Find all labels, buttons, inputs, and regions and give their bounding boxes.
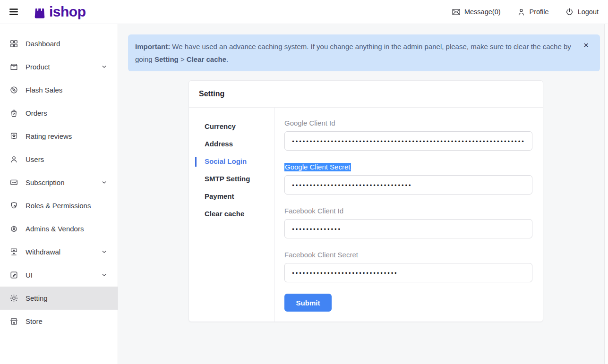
sidebar-item-label: Roles & Permissions [26, 202, 91, 210]
app-logo[interactable]: ishop [32, 2, 86, 21]
close-icon[interactable]: × [583, 41, 589, 50]
sidebar-item-users[interactable]: Users [0, 148, 118, 171]
card-check-icon [9, 178, 18, 187]
sidebar-item-label: Withdrawal [26, 248, 60, 256]
google-client-id-input[interactable] [284, 131, 532, 151]
google-client-id-field-group: Google Client Id [284, 118, 532, 151]
setting-nav-payment[interactable]: Payment [189, 187, 274, 205]
sidebar-item-subscription[interactable]: Subscription [0, 171, 118, 194]
setting-nav-address[interactable]: Address [189, 135, 274, 152]
page-title: Setting [199, 90, 224, 98]
facebook-client-id-label: Facebook Client Id [284, 206, 532, 216]
alert-clear-cache-word: Clear cache [187, 55, 226, 63]
sidebar-item-label: Dashboard [26, 40, 60, 48]
sidebar-item-ui[interactable]: UI [0, 263, 118, 287]
bag-check-icon [9, 109, 18, 118]
star-badge-icon [9, 132, 18, 141]
setting-nav-clear-cache[interactable]: Clear cache [189, 205, 274, 222]
sidebar-item-flash-sales[interactable]: Flash Sales [0, 78, 118, 102]
submit-button[interactable]: Submit [284, 294, 332, 312]
google-client-secret-field-group: Google Client Secret [284, 162, 532, 195]
sidebar-item-store[interactable]: Store [0, 310, 118, 333]
sidebar-item-roles-permissions[interactable]: Roles & Permissions [0, 194, 118, 217]
gear-icon [9, 294, 18, 303]
grid-icon [9, 39, 18, 48]
sidebar-item-withdrawal[interactable]: Withdrawal [0, 240, 118, 263]
app-root: ishop Message(0) Profile Logout [0, 0, 608, 364]
setting-nav: Currency Address Social Login SMTP Setti… [189, 108, 274, 322]
discount-icon [9, 85, 18, 94]
sidebar-item-admins-vendors[interactable]: Admins & Vendors [0, 217, 118, 240]
header-menu: Message(0) Profile Logout [452, 8, 599, 17]
google-client-secret-label: Google Client Secret [284, 162, 532, 172]
alert-setting-word: Setting [154, 55, 179, 63]
setting-card-header: Setting [189, 81, 543, 108]
alert-important: Important: [135, 42, 170, 51]
facebook-client-secret-field-group: Facebook Client Secret [284, 250, 532, 282]
menu-icon[interactable] [9, 7, 19, 17]
chevron-down-icon [101, 64, 107, 70]
profile-menu-item[interactable]: Profile [517, 8, 549, 17]
sidebar-item-dashboard[interactable]: Dashboard [0, 32, 118, 55]
sidebar-item-label: Rating reviews [26, 132, 72, 140]
logo-text: ishop [49, 5, 86, 19]
alert-suffix: . [226, 55, 228, 63]
cache-alert-banner: Important: We have used an advance cachi… [128, 34, 600, 71]
chevron-down-icon [101, 179, 107, 186]
box-icon [9, 62, 18, 71]
sidebar-item-setting[interactable]: Setting [0, 287, 118, 310]
profile-label: Profile [530, 8, 549, 16]
scrollbar[interactable] [604, 24, 608, 364]
setting-nav-smtp-setting[interactable]: SMTP Setting [189, 170, 274, 187]
power-icon [565, 8, 574, 17]
facebook-client-secret-label: Facebook Client Secret [284, 250, 532, 260]
message-menu-item[interactable]: Message(0) [452, 8, 501, 17]
social-login-form: Google Client Id Google Client Secret Fa… [274, 108, 543, 322]
mail-icon [452, 8, 461, 17]
sidebar-item-label: UI [26, 271, 33, 279]
message-label: Message(0) [464, 8, 501, 16]
sidebar-item-label: Subscription [26, 178, 65, 186]
user-gear-icon [9, 224, 18, 233]
withdraw-icon [9, 247, 18, 256]
sidebar-item-orders[interactable]: Orders [0, 102, 118, 125]
facebook-client-id-field-group: Facebook Client Id [284, 206, 532, 238]
setting-nav-currency[interactable]: Currency [189, 118, 274, 135]
sidebar-item-label: Users [26, 155, 44, 163]
top-header: ishop Message(0) Profile Logout [0, 0, 608, 24]
logout-menu-item[interactable]: Logout [565, 8, 599, 17]
selected-label-text: Google Client Secret [284, 163, 351, 171]
main-content: Important: We have used an advance cachi… [118, 24, 608, 364]
logout-label: Logout [578, 8, 599, 16]
sidebar-item-label: Product [26, 63, 50, 71]
sidebar: Dashboard Product Flash Sales Orders Rat… [0, 24, 118, 364]
google-client-secret-input[interactable] [284, 175, 532, 195]
shield-icon [9, 201, 18, 210]
bag-logo-icon [32, 2, 48, 21]
sidebar-item-label: Orders [26, 109, 47, 117]
brush-icon [9, 271, 18, 279]
alert-separator: > [179, 55, 187, 63]
sidebar-item-rating-reviews[interactable]: Rating reviews [0, 125, 118, 148]
sidebar-item-product[interactable]: Product [0, 55, 118, 78]
sidebar-item-label: Store [26, 317, 43, 325]
chevron-down-icon [101, 272, 107, 278]
sidebar-item-label: Flash Sales [26, 86, 62, 94]
sidebar-item-label: Setting [26, 294, 48, 302]
google-client-id-label: Google Client Id [284, 118, 532, 128]
store-icon [9, 317, 18, 326]
user-icon [9, 155, 18, 164]
user-icon [517, 8, 526, 17]
setting-nav-social-login[interactable]: Social Login [189, 152, 274, 170]
facebook-client-id-input[interactable] [284, 219, 532, 238]
facebook-client-secret-input[interactable] [284, 263, 532, 282]
sidebar-item-label: Admins & Vendors [26, 225, 84, 233]
chevron-down-icon [101, 249, 107, 255]
setting-card: Setting Currency Address Social Login SM… [188, 80, 543, 322]
